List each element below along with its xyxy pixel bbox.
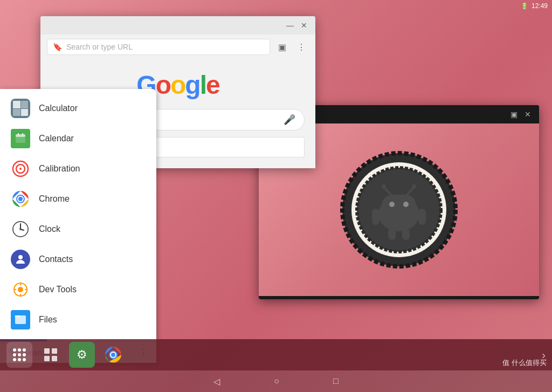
svg-rect-15	[388, 228, 396, 240]
android-close-button[interactable]: ✕	[523, 109, 533, 119]
svg-rect-42	[44, 348, 50, 354]
tabs-button[interactable]: ▣	[274, 39, 289, 54]
app-item-calculator[interactable]: Calculator	[0, 93, 156, 123]
nav-bar: ◁ ○ □	[0, 370, 552, 392]
desktop: 🔋 12:49 — ✕ 🔖 Search or type URL ▣ ⋮ Goo…	[0, 0, 552, 392]
svg-rect-14	[418, 209, 426, 225]
close-button[interactable]: ✕	[299, 20, 309, 30]
calendar-icon	[11, 129, 30, 148]
address-bar[interactable]: 🔖 Search or type URL	[47, 39, 270, 55]
svg-rect-16	[402, 228, 410, 240]
svg-rect-20	[22, 133, 23, 135]
menu-button[interactable]: ⋮	[294, 39, 309, 54]
calendar-label: Calendar	[39, 134, 74, 143]
chrome-icon	[11, 189, 30, 209]
apps-button[interactable]	[6, 342, 32, 368]
app-item-chrome[interactable]: Chrome	[0, 184, 156, 214]
app-drawer: Calculator Calendar Calibration	[0, 89, 156, 363]
svg-point-32	[19, 228, 22, 230]
home-button[interactable]: ○	[274, 376, 279, 386]
app-item-devtools[interactable]: Dev Tools	[0, 274, 156, 305]
svg-point-23	[19, 168, 22, 170]
svg-point-12	[412, 184, 416, 189]
battery-icon: 🔋	[521, 3, 528, 10]
files-label: Files	[39, 315, 57, 325]
app-item-clock[interactable]: Clock	[0, 214, 156, 244]
recents-button[interactable]: □	[333, 376, 339, 386]
app-list: Calculator Calendar Calibration	[0, 89, 156, 339]
app-item-calibration[interactable]: Calibration	[0, 154, 156, 184]
calibration-label: Calibration	[39, 164, 80, 174]
clock-label: Clock	[39, 224, 60, 234]
status-bar: 🔋 12:49	[498, 0, 552, 12]
svg-rect-45	[52, 356, 57, 361]
svg-point-35	[18, 287, 23, 292]
clock-icon	[11, 219, 30, 239]
svg-rect-19	[18, 133, 19, 135]
clock: 12:49	[532, 2, 548, 10]
oreo-cookie-image	[340, 150, 458, 269]
contacts-label: Contacts	[39, 255, 73, 264]
mic-icon[interactable]: 🎤	[284, 114, 295, 126]
svg-rect-13	[372, 209, 380, 225]
app-item-files[interactable]: Files	[0, 305, 156, 335]
grid-button[interactable]	[38, 342, 64, 368]
chrome-taskbar-button[interactable]	[100, 342, 126, 368]
app-item-contacts[interactable]: Contacts	[0, 244, 156, 274]
chrome-titlebar: — ✕	[40, 16, 315, 35]
minimize-button[interactable]: —	[285, 20, 295, 30]
svg-point-27	[18, 197, 23, 201]
app-item-calendar[interactable]: Calendar	[0, 123, 156, 154]
svg-point-33	[18, 255, 23, 259]
android-minimize-button[interactable]: ▣	[509, 109, 519, 119]
devtools-label: Dev Tools	[39, 285, 77, 294]
contacts-icon	[11, 250, 30, 269]
chrome-label: Chrome	[39, 194, 70, 204]
svg-rect-18	[16, 134, 25, 137]
address-placeholder: Search or type URL	[66, 43, 133, 51]
svg-rect-6	[382, 195, 416, 218]
chrome-toolbar: 🔖 Search or type URL ▣ ⋮	[40, 35, 315, 59]
svg-point-11	[382, 184, 386, 189]
svg-point-7	[389, 202, 395, 207]
svg-rect-43	[52, 348, 57, 354]
svg-point-8	[403, 202, 409, 207]
svg-rect-41	[15, 315, 20, 317]
settings-button[interactable]: ⚙	[69, 342, 95, 368]
calibration-icon	[11, 159, 30, 178]
svg-rect-44	[44, 356, 50, 361]
bookmark-icon: 🔖	[53, 43, 62, 51]
devtools-icon	[11, 280, 30, 299]
svg-point-48	[111, 353, 115, 357]
watermark: 值 什么值得买	[502, 358, 547, 368]
calculator-label: Calculator	[39, 104, 78, 113]
files-icon	[11, 310, 30, 329]
calculator-icon	[11, 99, 30, 118]
back-button[interactable]: ◁	[213, 376, 220, 387]
